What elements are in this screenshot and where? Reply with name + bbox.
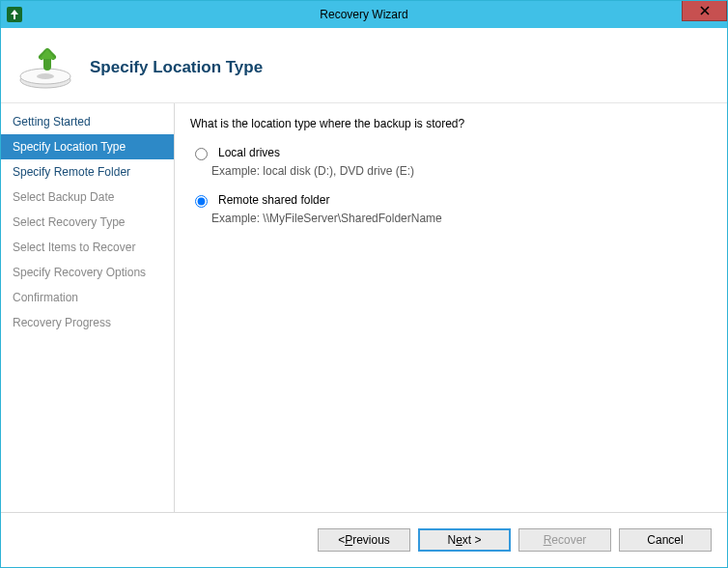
wizard-steps-nav: Getting Started Specify Location Type Sp… [1, 103, 175, 512]
step-specify-location-type[interactable]: Specify Location Type [1, 134, 174, 159]
wizard-body: Getting Started Specify Location Type Sp… [1, 102, 727, 512]
close-icon [700, 6, 710, 15]
option-remote-shared-folder-example: Example: \\MyFileServer\SharedFolderName [211, 212, 712, 225]
step-getting-started[interactable]: Getting Started [1, 109, 174, 134]
svg-point-4 [37, 73, 54, 79]
previous-button[interactable]: < Previous [318, 528, 410, 552]
step-specify-remote-folder[interactable]: Specify Remote Folder [1, 159, 174, 185]
wizard-content: What is the location type where the back… [175, 103, 727, 512]
next-button[interactable]: Next > [418, 528, 511, 552]
window-title: Recovery Wizard [1, 8, 727, 21]
step-select-recovery-type: Select Recovery Type [1, 210, 174, 235]
option-remote-shared-folder[interactable]: Remote shared folder [190, 193, 712, 208]
step-select-items-to-recover: Select Items to Recover [1, 235, 174, 260]
radio-remote-shared-folder[interactable] [195, 195, 208, 208]
wizard-footer: < Previous Next > Recover Cancel [1, 512, 727, 567]
step-specify-recovery-options: Specify Recovery Options [1, 260, 174, 285]
recovery-wizard-window: Recovery Wizard Specify Location Type [0, 0, 728, 568]
step-select-backup-date: Select Backup Date [1, 185, 174, 210]
titlebar: Recovery Wizard [1, 1, 727, 28]
step-recovery-progress: Recovery Progress [1, 310, 174, 335]
cancel-button[interactable]: Cancel [619, 528, 712, 552]
option-remote-shared-folder-label: Remote shared folder [218, 193, 329, 207]
location-type-question: What is the location type where the back… [190, 117, 712, 130]
recover-button: Recover [518, 528, 611, 552]
option-local-drives[interactable]: Local drives [190, 146, 712, 160]
wizard-header-icon [18, 45, 72, 90]
step-confirmation: Confirmation [1, 285, 174, 310]
option-local-drives-example: Example: local disk (D:), DVD drive (E:) [211, 164, 712, 178]
close-button[interactable] [682, 1, 727, 21]
page-title: Specify Location Type [90, 58, 263, 77]
radio-local-drives[interactable] [195, 148, 208, 160]
option-local-drives-label: Local drives [218, 146, 280, 159]
wizard-header: Specify Location Type [1, 28, 727, 102]
